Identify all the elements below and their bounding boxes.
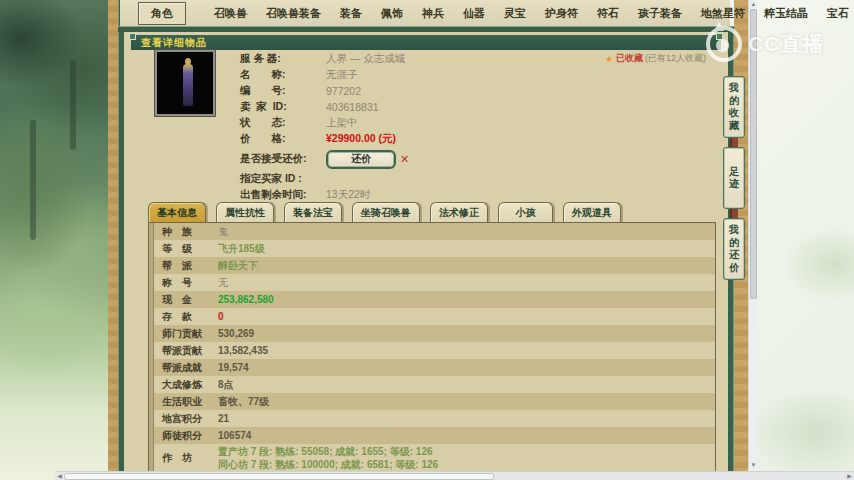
info-value-wrap: 19,574 — [218, 360, 249, 375]
detail-label: 卖 家 ID: — [240, 100, 326, 114]
info-row: 师徒积分 106574 — [149, 427, 715, 444]
category-tab[interactable]: 佩饰 — [381, 6, 403, 21]
bargain-reject-icon: ✕ — [400, 153, 409, 166]
vertical-scroll-thumb[interactable] — [750, 9, 757, 299]
button-connector — [730, 209, 738, 218]
detail-tab[interactable]: 装备法宝 — [284, 202, 342, 222]
buyer-label: 指定买家 ID : — [240, 172, 302, 186]
detail-tab[interactable]: 法术修正 — [430, 202, 488, 222]
category-tab[interactable]: 护身符 — [545, 6, 578, 21]
info-label: 生活职业 — [162, 395, 218, 409]
info-row: 等 级 飞升185级 — [149, 240, 715, 257]
basic-info-table: 种 族 鬼 等 级 飞升185级 — [148, 222, 716, 480]
info-row: 生活职业 畜牧、77级 — [149, 393, 715, 410]
info-value: 0 — [218, 310, 224, 323]
category-tab[interactable]: 粹玉结晶 — [764, 6, 808, 21]
item-detail-panel: 查看详细物品 ★ 已收藏 (已有12人收藏) 服 务 器: 人界 — 众志成城 — [124, 32, 728, 480]
scroll-down-arrow[interactable]: ▼ — [750, 462, 757, 469]
category-tab[interactable]: 仙器 — [463, 6, 485, 21]
category-tab[interactable]: 神兵 — [422, 6, 444, 21]
info-row: 地宫积分 21 — [149, 410, 715, 427]
info-row: 种 族 鬼 — [149, 223, 715, 240]
info-row: 现 金 253,862,580 — [149, 291, 715, 308]
horizontal-scrollbar[interactable]: ◀ ▶ — [55, 471, 854, 480]
category-tab[interactable]: 角色 — [138, 2, 186, 25]
detail-tab[interactable]: 属性抗性 — [216, 202, 274, 222]
info-value-line2: 同心坊 7 段: 熟练: 100000; 成就: 6581; 等级: 126 — [218, 458, 438, 471]
detail-value: 无涯子 — [326, 68, 358, 82]
detail-row: 卖 家 ID: 403618831 — [240, 99, 660, 115]
time-label: 出售剩余时间: — [240, 188, 326, 202]
bargain-label: 是否接受还价: — [240, 152, 326, 166]
detail-tab[interactable]: 外观道具 — [563, 202, 621, 222]
item-detail-rows: 服 务 器: 人界 — 众志成城 名 称: 无涯子 编 号: 977202 — [240, 51, 660, 147]
info-value: 置产坊 7 段: 熟练: 55058; 成就: 1655; 等级: 126 — [218, 445, 438, 458]
scroll-up-arrow[interactable]: ▲ — [750, 1, 757, 8]
info-value-wrap: 13,582,435 — [218, 343, 268, 358]
info-label: 称 号 — [162, 276, 218, 290]
category-tab[interactable]: 灵宝 — [504, 6, 526, 21]
detail-tab[interactable]: 小孩 — [498, 202, 553, 222]
info-value-wrap: 醉卧天下 — [218, 258, 258, 273]
category-tab[interactable]: 召唤兽 — [214, 6, 247, 21]
bargain-row: 是否接受还价: 还价 ✕ — [240, 147, 660, 171]
info-value-wrap: 530,269 — [218, 326, 254, 341]
button-connector — [730, 138, 738, 147]
detail-row: 服 务 器: 人界 — 众志成城 — [240, 51, 660, 67]
info-value-wrap: 253,862,580 — [218, 292, 274, 307]
detail-value: 人界 — 众志成城 — [326, 52, 405, 66]
info-row: 大成修炼 8点 — [149, 376, 715, 393]
background-scenery-image — [0, 0, 112, 480]
category-tab[interactable]: 符石 — [597, 6, 619, 21]
info-label: 帮派贡献 — [162, 344, 218, 358]
info-row: 存 款 0 — [149, 308, 715, 325]
info-value: 253,862,580 — [218, 293, 274, 306]
footprints-button[interactable]: 足迹 — [723, 147, 745, 209]
category-tab[interactable]: 孩子装备 — [638, 6, 682, 21]
detail-label: 服 务 器: — [240, 52, 326, 66]
scroll-left-arrow[interactable]: ◀ — [56, 473, 63, 480]
my-bargains-button[interactable]: 我的还价 — [723, 218, 745, 280]
info-row: 作 坊 置产坊 7 段: 熟练: 55058; 成就: 1655; 等级: 12… — [149, 444, 715, 472]
category-tab[interactable]: 召唤兽装备 — [266, 6, 321, 21]
category-tab[interactable]: 装备 — [340, 6, 362, 21]
table-left-rail — [149, 223, 154, 480]
scroll-right-arrow[interactable]: ▶ — [846, 473, 853, 480]
detail-label: 名 称: — [240, 68, 326, 82]
info-value-wrap: 8点 — [218, 377, 234, 392]
time-value: 13天22时 — [326, 188, 370, 202]
info-value: 飞升185级 — [218, 242, 265, 255]
basic-info-rows: 种 族 鬼 等 级 飞升185级 — [149, 223, 715, 480]
time-row: 出售剩余时间: 13天22时 — [240, 187, 660, 203]
buyer-row: 指定买家 ID : — [240, 171, 660, 187]
info-label: 师徒积分 — [162, 429, 218, 443]
vertical-scrollbar[interactable]: ▲ ▼ — [748, 0, 757, 470]
detail-value: 403618831 — [326, 101, 379, 113]
info-label: 现 金 — [162, 293, 218, 307]
panel-title: 查看详细物品 — [131, 36, 207, 50]
character-sprite — [183, 64, 193, 106]
my-favorites-button[interactable]: 我的收藏 — [723, 76, 745, 138]
info-value: 19,574 — [218, 361, 249, 374]
info-value-wrap: 21 — [218, 411, 229, 426]
detail-tab[interactable]: 坐骑召唤兽 — [352, 202, 420, 222]
detail-tab[interactable]: 基本信息 — [148, 202, 206, 222]
detail-value: 977202 — [326, 85, 361, 97]
info-label: 存 款 — [162, 310, 218, 324]
info-value: 醉卧天下 — [218, 259, 258, 272]
item-detail-fields: 服 务 器: 人界 — 众志成城 名 称: 无涯子 编 号: 977202 — [240, 51, 660, 203]
info-label: 种 族 — [162, 225, 218, 239]
info-value: 无 — [218, 276, 228, 289]
info-value-wrap: 置产坊 7 段: 熟练: 55058; 成就: 1655; 等级: 126 同心… — [218, 444, 438, 472]
detail-row: 状 态: 上架中 — [240, 115, 660, 131]
horizontal-scroll-thumb[interactable] — [64, 473, 494, 480]
info-row: 称 号 无 — [149, 274, 715, 291]
info-value: 530,269 — [218, 327, 254, 340]
info-value: 106574 — [218, 429, 251, 442]
category-tab[interactable]: 宝石 — [827, 6, 849, 21]
info-value-wrap: 无 — [218, 275, 228, 290]
detail-label: 状 态: — [240, 116, 326, 130]
bargain-button[interactable]: 还价 — [326, 150, 396, 169]
background-scenery-image — [754, 0, 854, 480]
category-tab[interactable]: 地煞星符 — [701, 6, 745, 21]
